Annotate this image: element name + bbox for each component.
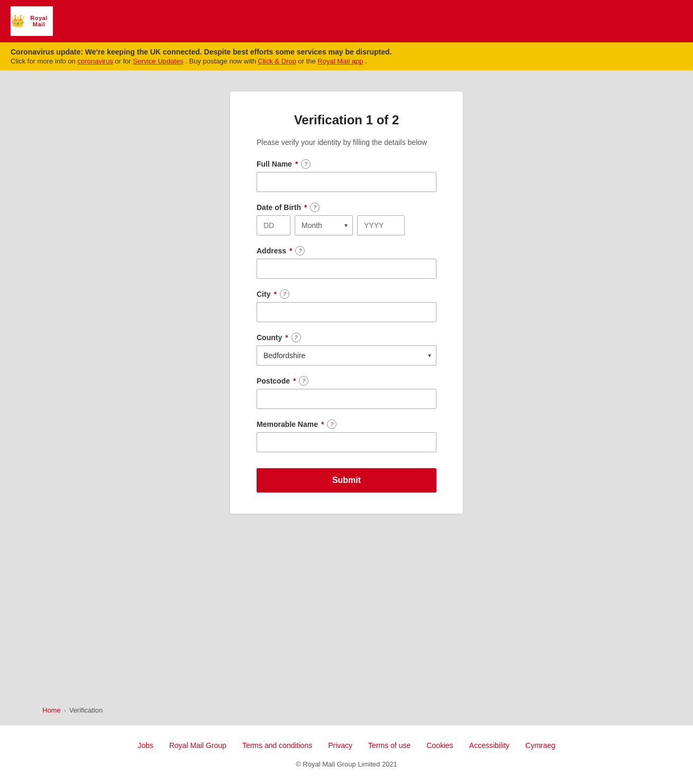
memorable-name-label-text: Memorable Name [257, 420, 318, 429]
form-subtitle: Please verify your identity by filling t… [257, 138, 436, 147]
dob-required: * [304, 203, 307, 212]
logo-text: Royal Mail [25, 15, 53, 28]
coronavirus-link[interactable]: coronavirus [77, 57, 113, 65]
submit-button[interactable]: Submit [257, 468, 436, 493]
dob-label: Date of Birth * ? [257, 203, 436, 212]
royal-mail-app-link[interactable]: Royal Mail app [317, 57, 363, 65]
footer-nav-links: Jobs Royal Mail Group Terms and conditio… [11, 741, 682, 750]
full-name-label: Full Name * ? [257, 159, 436, 169]
verification-form: Full Name * ? Date of Birth * ? Mo [257, 159, 436, 493]
banner-text-or2: or the [298, 57, 315, 65]
city-help-icon[interactable]: ? [280, 289, 289, 299]
footer-link-royal-mail-group[interactable]: Royal Mail Group [169, 741, 226, 750]
click-drop-link[interactable]: Click & Drop [258, 57, 296, 65]
breadcrumb-home-link[interactable]: Home [42, 706, 61, 714]
breadcrumb: Home › Verification [42, 706, 651, 714]
banner-text-or: or for [115, 57, 131, 65]
main-content: Verification 1 of 2 Please verify your i… [0, 70, 693, 696]
memorable-name-label: Memorable Name * ? [257, 420, 436, 429]
banner-text-end: . [365, 57, 367, 65]
banner-text-prefix: Click for more info on [11, 57, 76, 65]
county-help-icon[interactable]: ? [291, 333, 301, 342]
dob-month-wrapper: Month January February March April May J… [295, 215, 353, 235]
postcode-help-icon[interactable]: ? [299, 376, 308, 386]
banner-text-postage: . Buy postage now with [185, 57, 256, 65]
footer-link-accessibility[interactable]: Accessibility [469, 741, 509, 750]
address-input[interactable] [257, 259, 436, 279]
footer-link-jobs[interactable]: Jobs [138, 741, 153, 750]
memorable-name-group: Memorable Name * ? [257, 420, 436, 452]
dob-label-text: Date of Birth [257, 203, 301, 212]
city-label-text: City [257, 290, 270, 298]
breadcrumb-area: Home › Verification [0, 696, 693, 725]
banner-body: Click for more info on coronavirus or fo… [11, 57, 682, 65]
postcode-group: Postcode * ? [257, 376, 436, 409]
address-group: Address * ? [257, 246, 436, 279]
dob-month-select[interactable]: Month January February March April May J… [295, 215, 353, 235]
address-label: Address * ? [257, 246, 436, 256]
city-required: * [273, 290, 276, 298]
address-help-icon[interactable]: ? [295, 246, 305, 256]
county-label: County * ? [257, 333, 436, 342]
city-input[interactable] [257, 302, 436, 322]
address-required: * [289, 247, 292, 255]
dob-year-input[interactable] [357, 215, 405, 235]
full-name-group: Full Name * ? [257, 159, 436, 192]
breadcrumb-current: Verification [69, 706, 103, 714]
full-name-required: * [295, 160, 298, 168]
footer-link-terms-of-use[interactable]: Terms of use [368, 741, 411, 750]
county-label-text: County [257, 333, 282, 342]
postcode-input[interactable] [257, 389, 436, 409]
service-updates-link[interactable]: Service Updates [133, 57, 183, 65]
footer-link-privacy[interactable]: Privacy [328, 741, 352, 750]
footer: Jobs Royal Mail Group Terms and conditio… [0, 725, 693, 784]
address-label-text: Address [257, 247, 286, 255]
county-wrapper: Bedfordshire Berkshire Bristol Buckingha… [257, 345, 436, 366]
dob-inputs-row: Month January February March April May J… [257, 215, 436, 235]
memorable-name-required: * [321, 420, 324, 429]
county-group: County * ? Bedfordshire Berkshire Bristo… [257, 333, 436, 366]
dob-help-icon[interactable]: ? [310, 203, 320, 212]
memorable-name-help-icon[interactable]: ? [327, 420, 336, 429]
postcode-required: * [293, 377, 296, 385]
full-name-label-text: Full Name [257, 160, 292, 168]
city-group: City * ? [257, 289, 436, 322]
logo-container: 👑 Royal Mail [11, 6, 53, 36]
postcode-label-text: Postcode [257, 377, 290, 385]
logo-crown-icon: 👑 [11, 15, 25, 27]
county-select[interactable]: Bedfordshire Berkshire Bristol Buckingha… [257, 345, 436, 366]
memorable-name-input[interactable] [257, 432, 436, 452]
city-label: City * ? [257, 289, 436, 299]
full-name-help-icon[interactable]: ? [301, 159, 311, 169]
banner-title: Coronavirus update: We're keeping the UK… [11, 48, 682, 56]
form-card: Verification 1 of 2 Please verify your i… [230, 92, 463, 514]
footer-link-cymraeg[interactable]: Cymraeg [525, 741, 555, 750]
full-name-input[interactable] [257, 172, 436, 192]
county-required: * [285, 333, 288, 342]
form-title: Verification 1 of 2 [257, 113, 436, 127]
footer-copyright: © Royal Mail Group Limited 2021 [11, 760, 682, 768]
logo-box: 👑 Royal Mail [11, 6, 53, 36]
footer-link-cookies[interactable]: Cookies [426, 741, 453, 750]
postcode-label: Postcode * ? [257, 376, 436, 386]
header: 👑 Royal Mail [0, 0, 693, 42]
footer-link-terms-conditions[interactable]: Terms and conditions [242, 741, 312, 750]
dob-group: Date of Birth * ? Month January February… [257, 203, 436, 235]
coronavirus-banner: Coronavirus update: We're keeping the UK… [0, 42, 693, 70]
dob-day-input[interactable] [257, 215, 290, 235]
breadcrumb-separator: › [64, 707, 66, 714]
